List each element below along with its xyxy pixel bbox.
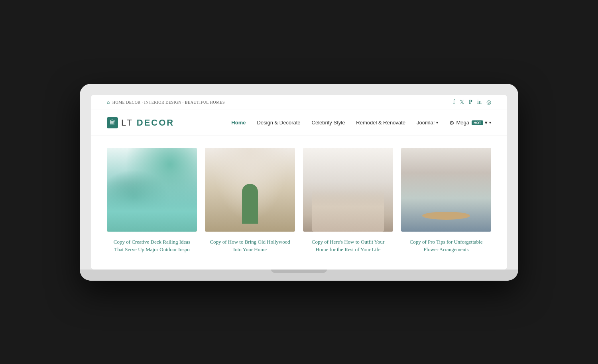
svg-rect-13 <box>122 192 132 195</box>
svg-point-42 <box>220 170 229 183</box>
logo-text: LT DECOR <box>121 118 174 128</box>
svg-line-25 <box>255 169 256 179</box>
svg-point-83 <box>451 148 483 168</box>
svg-rect-49 <box>337 161 340 180</box>
svg-rect-51 <box>307 199 367 223</box>
card-2-image[interactable] <box>205 148 295 232</box>
logo-icon: 🏛 <box>107 117 118 128</box>
svg-point-60 <box>351 195 352 197</box>
card-1-title: Copy of Creative Deck Railing Ideas That… <box>109 238 195 254</box>
card-1-image[interactable] <box>107 148 197 232</box>
svg-point-72 <box>368 205 384 215</box>
laptop-frame: ⌂ HOME DECOR · INTERIOR DESIGN · BEAUTIF… <box>80 84 518 281</box>
card-3-title: Copy of Here's How to Outfit Your Home f… <box>305 238 391 254</box>
tagline-text: HOME DECOR · INTERIOR DESIGN · BEAUTIFUL… <box>112 100 225 104</box>
svg-line-93 <box>437 217 444 227</box>
svg-point-90 <box>441 207 467 216</box>
svg-point-70 <box>364 213 388 226</box>
svg-point-41 <box>222 163 231 179</box>
svg-line-63 <box>385 157 387 161</box>
instagram-icon[interactable]: ◎ <box>486 99 491 106</box>
svg-rect-12 <box>122 195 132 197</box>
mega-label: Mega <box>456 120 469 126</box>
svg-rect-47 <box>322 157 324 180</box>
svg-rect-7 <box>126 161 129 184</box>
linkedin-icon[interactable]: in <box>477 99 482 105</box>
svg-rect-34 <box>258 190 266 204</box>
logo[interactable]: 🏛 LT DECOR <box>107 117 174 128</box>
svg-line-94 <box>469 216 472 227</box>
svg-rect-53 <box>311 201 331 208</box>
svg-rect-11 <box>124 183 130 192</box>
facebook-icon[interactable]: f <box>453 99 455 105</box>
card-4-image[interactable] <box>401 148 491 232</box>
svg-point-86 <box>471 164 491 178</box>
svg-rect-45 <box>303 150 393 229</box>
svg-line-92 <box>435 216 439 227</box>
twitter-icon[interactable]: 𝕏 <box>460 99 464 106</box>
nav-home[interactable]: Home <box>231 120 246 126</box>
card-3-image[interactable] <box>303 148 393 232</box>
hot-badge: HOT <box>472 120 483 125</box>
svg-point-58 <box>348 192 356 200</box>
svg-rect-106 <box>401 221 491 222</box>
svg-rect-81 <box>405 193 418 203</box>
svg-line-69 <box>369 157 372 161</box>
svg-rect-50 <box>344 156 346 180</box>
svg-rect-73 <box>370 184 371 205</box>
nav-celebrity-style[interactable]: Celebrity Style <box>312 120 345 126</box>
svg-rect-54 <box>335 201 356 208</box>
svg-line-22 <box>247 169 248 179</box>
cards-grid: Copy of Creative Deck Railing Ideas That… <box>107 148 491 254</box>
svg-line-40 <box>228 165 233 195</box>
svg-rect-46 <box>307 154 359 191</box>
svg-rect-14 <box>205 150 295 229</box>
svg-rect-37 <box>256 211 272 218</box>
svg-point-32 <box>240 201 243 203</box>
svg-rect-35 <box>261 190 270 206</box>
svg-point-84 <box>468 152 491 171</box>
header: 🏛 LT DECOR Home Design & Decorate Celebr… <box>91 110 507 136</box>
svg-rect-105 <box>401 220 491 231</box>
pinterest-icon[interactable]: 𝐏 <box>469 99 472 105</box>
svg-rect-1 <box>107 150 144 195</box>
nav-design-decorate[interactable]: Design & Decorate <box>257 120 300 126</box>
svg-point-85 <box>450 155 479 179</box>
svg-rect-39 <box>228 214 249 222</box>
svg-rect-28 <box>212 195 254 214</box>
svg-rect-0 <box>107 150 197 229</box>
svg-line-20 <box>240 169 242 179</box>
svg-rect-3 <box>114 195 159 214</box>
svg-rect-43 <box>276 173 277 210</box>
svg-point-97 <box>451 200 467 212</box>
svg-point-100 <box>459 201 467 206</box>
svg-point-36 <box>256 210 272 219</box>
svg-point-18 <box>248 162 252 165</box>
svg-rect-78 <box>401 184 446 191</box>
svg-point-102 <box>458 204 466 209</box>
svg-rect-30 <box>233 198 250 205</box>
svg-rect-48 <box>329 159 331 180</box>
svg-point-31 <box>222 201 224 203</box>
svg-rect-27 <box>205 210 295 229</box>
card-1: Copy of Creative Deck Railing Ideas That… <box>107 148 197 254</box>
nav-joomla[interactable]: Joomla! <box>417 120 439 126</box>
card-2: Copy of How to Bring Old Hollywood Into … <box>205 148 295 254</box>
svg-rect-107 <box>401 224 491 225</box>
nav-mega[interactable]: ⚙ Mega HOT ▾ <box>449 120 491 126</box>
nav-remodel-renovate[interactable]: Remodel & Renovate <box>356 120 405 126</box>
main-content: Copy of Creative Deck Railing Ideas That… <box>91 136 507 270</box>
svg-point-98 <box>455 198 464 203</box>
svg-rect-71 <box>364 203 388 221</box>
svg-line-21 <box>244 169 245 179</box>
top-bar: ⌂ HOME DECOR · INTERIOR DESIGN · BEAUTIF… <box>91 95 507 110</box>
svg-rect-4 <box>118 188 137 199</box>
svg-point-91 <box>446 209 461 214</box>
svg-rect-108 <box>401 227 491 228</box>
card-3: Copy of Here's How to Outfit Your Home f… <box>303 148 393 254</box>
svg-point-9 <box>115 160 129 170</box>
svg-rect-29 <box>214 198 231 205</box>
svg-rect-33 <box>260 184 267 214</box>
svg-rect-96 <box>439 197 454 211</box>
svg-line-95 <box>463 217 470 227</box>
